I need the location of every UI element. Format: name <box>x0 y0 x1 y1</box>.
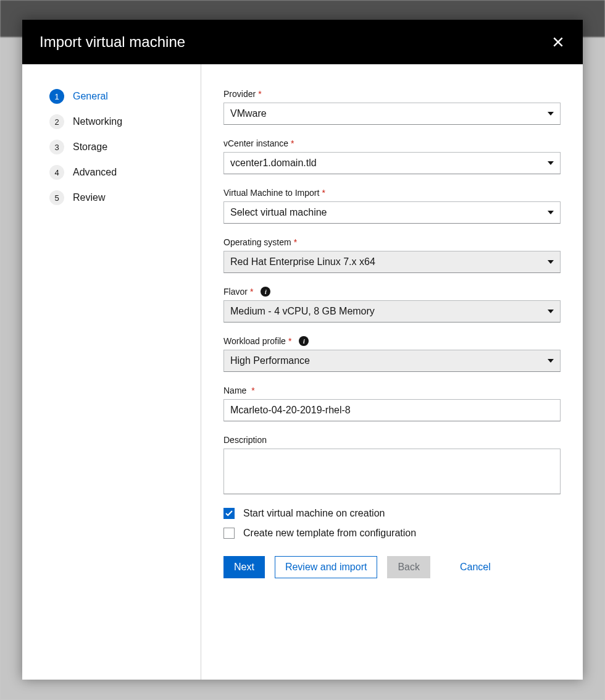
caret-down-icon <box>548 310 554 313</box>
step-general[interactable]: 1 General <box>49 89 201 104</box>
create-template-label: Create new template from configuration <box>243 528 416 539</box>
wizard-sidebar: 1 General 2 Networking 3 Storage 4 Advan… <box>22 64 201 680</box>
step-number: 3 <box>49 140 64 154</box>
vm-label: Virtual Machine to Import* <box>223 188 561 198</box>
step-storage[interactable]: 3 Storage <box>49 140 201 154</box>
create-template-checkbox[interactable] <box>223 528 235 539</box>
provider-select[interactable]: VMware <box>223 103 561 125</box>
caret-down-icon <box>548 260 554 264</box>
step-label: Storage <box>73 141 107 153</box>
step-label: Review <box>73 192 105 203</box>
modal-header: Import virtual machine <box>22 20 583 64</box>
name-label: Name* <box>223 386 561 395</box>
flavor-select[interactable]: Medium - 4 vCPU, 8 GB Memory <box>223 300 561 323</box>
step-label: General <box>73 91 108 102</box>
os-value: Red Hat Enterprise Linux 7.x x64 <box>230 256 375 268</box>
os-select[interactable]: Red Hat Enterprise Linux 7.x x64 <box>223 251 561 273</box>
provider-value: VMware <box>230 108 267 119</box>
modal-title: Import virtual machine <box>40 33 185 51</box>
form-content: Provider* VMware vCenter instance* vcent… <box>201 64 583 680</box>
close-button[interactable] <box>549 33 567 51</box>
provider-label: Provider* <box>223 89 561 99</box>
caret-down-icon <box>548 359 554 363</box>
vcenter-value: vcenter1.domain.tld <box>230 158 317 169</box>
vcenter-label: vCenter instance* <box>223 138 561 148</box>
step-number: 5 <box>49 190 64 205</box>
step-networking[interactable]: 2 Networking <box>49 114 201 129</box>
info-icon[interactable]: i <box>299 336 309 346</box>
step-number: 2 <box>49 114 64 129</box>
workload-select[interactable]: High Performance <box>223 350 561 372</box>
wizard-footer: Next Review and import Back Cancel <box>223 556 561 578</box>
back-button: Back <box>387 556 430 578</box>
start-on-create-checkbox[interactable] <box>223 508 235 519</box>
step-label: Advanced <box>73 167 117 178</box>
close-icon <box>552 36 564 48</box>
check-icon <box>225 510 233 517</box>
step-label: Networking <box>73 116 122 127</box>
vcenter-select[interactable]: vcenter1.domain.tld <box>223 152 561 174</box>
step-review[interactable]: 5 Review <box>49 190 201 205</box>
info-icon[interactable]: i <box>261 287 270 297</box>
flavor-label: Flavor* i <box>223 287 561 297</box>
caret-down-icon <box>548 161 554 165</box>
flavor-value: Medium - 4 vCPU, 8 GB Memory <box>230 306 375 317</box>
import-vm-modal: Import virtual machine 1 General 2 Netwo… <box>22 20 583 680</box>
next-button[interactable]: Next <box>223 556 265 578</box>
vm-value: Select virtual machine <box>230 207 327 218</box>
description-label: Description <box>223 435 561 445</box>
start-on-create-label: Start virtual machine on creation <box>243 508 385 519</box>
step-number: 4 <box>49 165 64 180</box>
name-input[interactable] <box>223 399 561 421</box>
cancel-button[interactable]: Cancel <box>455 556 496 578</box>
description-textarea[interactable] <box>223 449 561 494</box>
caret-down-icon <box>548 211 554 214</box>
vm-select[interactable]: Select virtual machine <box>223 201 561 224</box>
caret-down-icon <box>548 112 554 116</box>
workload-label: Workload profile* i <box>223 336 561 346</box>
os-label: Operating system* <box>223 237 561 247</box>
workload-value: High Performance <box>230 355 310 366</box>
step-advanced[interactable]: 4 Advanced <box>49 165 201 180</box>
step-number: 1 <box>49 89 64 104</box>
review-import-button[interactable]: Review and import <box>275 556 378 578</box>
